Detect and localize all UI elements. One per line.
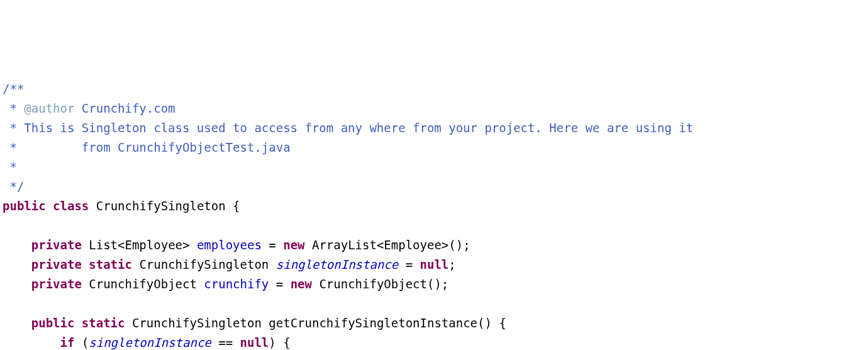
keyword-static: static bbox=[82, 316, 125, 330]
keyword-private: private bbox=[31, 277, 82, 291]
constructor-crunchifyobject: CrunchifyObject(); bbox=[319, 277, 448, 291]
type-list: List<Employee> bbox=[89, 238, 189, 252]
keyword-class: class bbox=[53, 199, 89, 213]
type-crunchifysingleton: CrunchifySingleton bbox=[132, 316, 262, 330]
field-crunchify: crunchify bbox=[204, 277, 269, 291]
type-crunchifysingleton: CrunchifySingleton bbox=[139, 257, 269, 271]
paren-open: ( bbox=[74, 336, 89, 349]
javadoc-star: * bbox=[3, 140, 82, 154]
equals: = bbox=[398, 257, 420, 271]
brace-open: { bbox=[499, 316, 506, 330]
keyword-if: if bbox=[60, 336, 75, 349]
field-singletoninstance: singletonInstance bbox=[276, 257, 398, 271]
javadoc-description: from CrunchifyObjectTest.java bbox=[82, 140, 291, 154]
method-name: getCrunchifySingletonInstance() bbox=[269, 316, 492, 330]
javadoc-open: /** bbox=[3, 82, 24, 96]
keyword-private: private bbox=[31, 257, 82, 271]
javadoc-description: This is Singleton class used to access f… bbox=[24, 121, 693, 135]
field-employees: employees bbox=[197, 238, 262, 252]
keyword-static: static bbox=[89, 257, 132, 271]
equals: = bbox=[269, 277, 290, 291]
keyword-new: new bbox=[283, 238, 304, 252]
paren-close-brace: ) { bbox=[269, 336, 290, 349]
javadoc-star: * bbox=[3, 160, 24, 174]
brace-open: { bbox=[233, 199, 240, 213]
javadoc-close: */ bbox=[3, 179, 24, 193]
equals-equals: == bbox=[211, 336, 240, 349]
javadoc-star: * bbox=[3, 121, 24, 135]
keyword-private: private bbox=[31, 238, 82, 252]
class-name: CrunchifySingleton bbox=[96, 199, 226, 213]
semicolon: ; bbox=[448, 257, 455, 271]
keyword-public: public bbox=[3, 199, 46, 213]
keyword-null: null bbox=[240, 336, 269, 349]
keyword-new: new bbox=[291, 277, 312, 291]
constructor-arraylist: ArrayList<Employee>(); bbox=[312, 238, 470, 252]
javadoc-author-name: Crunchify.com bbox=[74, 101, 175, 115]
keyword-public: public bbox=[31, 316, 75, 330]
field-singletoninstance: singletonInstance bbox=[89, 336, 211, 349]
equals: = bbox=[262, 238, 283, 252]
javadoc-star: * bbox=[3, 101, 24, 115]
javadoc-tag-author: @author bbox=[24, 101, 74, 115]
code-block: /** * @author Crunchify.com * This is Si… bbox=[3, 79, 865, 350]
keyword-null: null bbox=[420, 257, 449, 271]
type-crunchifyobject: CrunchifyObject bbox=[89, 277, 197, 291]
